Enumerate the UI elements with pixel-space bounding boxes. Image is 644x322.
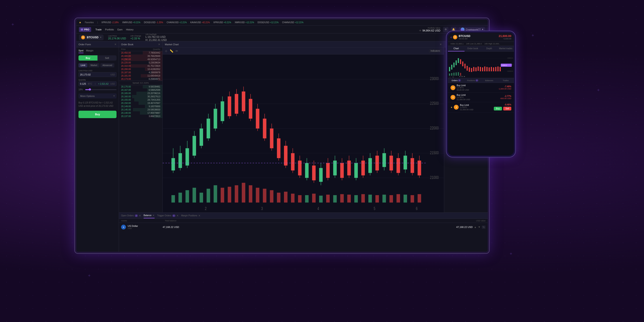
ticker-change-1: +0.21% bbox=[133, 21, 140, 24]
chart-close[interactable]: ✕ bbox=[440, 43, 442, 46]
ticker-item-5[interactable]: XPR/USD +0.21% bbox=[213, 21, 231, 24]
btc-icon: ₿ bbox=[81, 36, 85, 39]
sell-tab[interactable]: Sell bbox=[98, 55, 116, 61]
sort-asc-icon[interactable]: ▲ bbox=[474, 225, 476, 229]
ask-row-2[interactable]: 20,290.00 49.92954713 bbox=[119, 58, 162, 61]
change-label: 24h Change bbox=[130, 35, 141, 37]
tab-margin[interactable]: Margin bbox=[86, 49, 94, 53]
svg-text:5: 5 bbox=[374, 206, 375, 211]
market-tab[interactable]: Market bbox=[88, 63, 100, 67]
settings-icon[interactable]: ⚙ bbox=[443, 27, 448, 32]
order-type-tabs: Spot Margin bbox=[76, 48, 119, 54]
bid-row-1[interactable]: 20,167.00 6.59652599 bbox=[119, 88, 162, 92]
mobile-positions-badge: 2 bbox=[476, 79, 478, 82]
logo[interactable]: M PRO bbox=[79, 27, 91, 32]
mobile-buy-btn[interactable]: Buy bbox=[494, 107, 502, 111]
bid-row-3[interactable]: 20,160.00 30.26027613 bbox=[119, 95, 162, 98]
svg-rect-91 bbox=[192, 188, 196, 203]
mobile-back-btn[interactable]: ‹ bbox=[450, 35, 452, 39]
bid-row-7[interactable]: 20,145.00 29.59538830 bbox=[119, 108, 162, 111]
svg-rect-49 bbox=[284, 146, 288, 165]
nav-bar: M PRO Trade Portfolio Earn History Portf… bbox=[76, 26, 488, 34]
nav-earn[interactable]: Earn bbox=[118, 28, 122, 31]
mobile-tab-trades[interactable]: Market trades bbox=[498, 46, 514, 51]
nav-trade[interactable]: Trade bbox=[96, 28, 102, 31]
high-low-label: 24h low/high bbox=[145, 33, 166, 36]
ticker-item-4[interactable]: KAVA/USD -42.21% bbox=[190, 21, 210, 24]
bid-row-5[interactable]: 20,150.00 19.46747847 bbox=[119, 102, 162, 105]
bid-row-6[interactable]: 20,149.00 9.18370000 bbox=[119, 105, 162, 108]
mobile-tab-positions[interactable]: Positions 2 bbox=[464, 78, 481, 83]
mobile-tab-orderbook[interactable]: Order book bbox=[464, 46, 481, 51]
ticker-item-7[interactable]: DOGE/USD +12.21% bbox=[258, 21, 278, 24]
trigger-orders-close[interactable]: ✕ bbox=[176, 214, 178, 217]
limit-price-input[interactable]: 20,173.02 USD bbox=[78, 72, 116, 77]
cursor-icon[interactable]: ⊹ bbox=[165, 49, 168, 53]
bid-row-4[interactable]: 20,155.00 28.73431355 bbox=[119, 98, 162, 102]
leverage-slider[interactable]: 18% bbox=[78, 88, 116, 91]
ticker-item-2[interactable]: DOGE/USD -1.25% bbox=[144, 21, 163, 24]
open-orders-close[interactable]: ✕ bbox=[139, 214, 141, 217]
ticker-item-6[interactable]: XMR/USD +12.21% bbox=[234, 21, 254, 24]
limit-price-unit: USD bbox=[110, 74, 115, 76]
more-options-btn[interactable]: More Options ▾ bbox=[78, 93, 116, 98]
mobile-tab-orders[interactable]: Orders 3 bbox=[448, 78, 464, 83]
mobile-order-star-0[interactable]: ★ bbox=[450, 106, 452, 109]
bid-row-2[interactable]: 20,165.00 23.20798216 bbox=[119, 92, 162, 95]
tab-trigger-orders[interactable]: Trigger Orders 0 ✕ bbox=[157, 213, 178, 218]
mobile-sell-btn[interactable]: Sell bbox=[503, 107, 511, 111]
mobile-tab-chart[interactable]: Chart bbox=[448, 46, 464, 51]
ask-row-8[interactable]: 20,173.00 0.25804971 bbox=[119, 78, 162, 81]
more-options-label: More Options bbox=[80, 95, 95, 97]
ask-price-7: 20,181.00 bbox=[121, 75, 131, 77]
quantity-input[interactable]: 0.125 BTC | = 2,521.62 USD bbox=[78, 81, 116, 86]
ask-row-4[interactable]: 20,310.00 41.75172824 bbox=[119, 64, 162, 68]
limit-price-label: Limit Price USD bbox=[78, 70, 116, 72]
mobile-tab-balances[interactable]: Balances bbox=[481, 78, 498, 83]
bid-price-5: 20,150.00 bbox=[121, 102, 131, 104]
svg-rect-148 bbox=[484, 67, 485, 71]
mobile-order-price-0: 20,00.00 USD bbox=[457, 89, 497, 91]
svg-rect-0 bbox=[163, 55, 444, 212]
svg-rect-95 bbox=[220, 188, 224, 203]
ticker-item-1[interactable]: XMR/USD +0.21% bbox=[122, 21, 140, 24]
order-book-close[interactable]: ✕ bbox=[158, 43, 160, 46]
ticker-item-8[interactable]: CHAIN/USD +12.21% bbox=[282, 21, 304, 24]
bid-row-8[interactable]: 20,140.00 17.95979887 bbox=[119, 111, 162, 115]
line-icon[interactable]: 📏 bbox=[170, 49, 173, 53]
percent-toggle[interactable]: % bbox=[482, 225, 486, 229]
mobile-tab-trades[interactable]: Trades bbox=[498, 78, 514, 83]
advanced-tab[interactable]: Advanced bbox=[100, 63, 114, 67]
ask-row-3[interactable]: 20,220.00 5.23639634 bbox=[119, 61, 162, 64]
order-form-close[interactable]: ✕ bbox=[114, 43, 116, 46]
ticker-item-0[interactable]: XPR/USD -2.18% bbox=[102, 21, 119, 24]
ask-row-5[interactable]: 20,200.00 10.41982052 bbox=[119, 68, 162, 71]
tab-balance[interactable]: Balance ✕ bbox=[144, 213, 154, 218]
mobile-chart-tabs: Chart Order book Depth Market trades bbox=[448, 46, 514, 52]
ask-row-0[interactable]: 20,450.00 7.78583442 bbox=[119, 51, 162, 55]
pair-selector[interactable]: ₿ BTC/USD ▾ bbox=[79, 35, 104, 40]
bid-row-0[interactable]: 20,170.00 9.58339481 bbox=[119, 85, 162, 88]
pencil-icon[interactable]: ✏ bbox=[176, 49, 178, 53]
submit-buy-btn[interactable]: Buy bbox=[78, 111, 116, 118]
svg-rect-59 bbox=[319, 168, 323, 182]
tab-margin-positions[interactable]: Margin Positions ✕ bbox=[181, 213, 200, 218]
balance-close[interactable]: ✕ bbox=[152, 214, 154, 217]
indicators-btn[interactable]: Indicators bbox=[429, 49, 442, 53]
mobile-tab-depth[interactable]: Depth bbox=[481, 46, 498, 51]
ask-row-6[interactable]: 20,187.00 4.28909978 bbox=[119, 71, 162, 74]
tab-open-orders[interactable]: Open Orders 3 ✕ bbox=[121, 213, 141, 218]
nav-history[interactable]: History bbox=[126, 28, 133, 31]
limit-tab[interactable]: Limit bbox=[78, 63, 88, 67]
ask-row-1[interactable]: 20,400.00 39.76629949 bbox=[119, 55, 162, 58]
margin-positions-close[interactable]: ✕ bbox=[198, 214, 200, 217]
bid-row-9[interactable]: 20,137.00 3.88473913 bbox=[119, 115, 162, 118]
ask-row-7[interactable]: 20,181.00 11.69549418 bbox=[119, 74, 162, 78]
nav-portfolio[interactable]: Portfolio bbox=[105, 28, 114, 31]
buy-tab[interactable]: Buy bbox=[78, 55, 98, 61]
ticker-item-3[interactable]: CHAIN/USD +2.21% bbox=[166, 21, 187, 24]
svg-rect-140 bbox=[467, 66, 468, 71]
svg-rect-98 bbox=[242, 183, 245, 203]
sort-desc-icon[interactable]: ▼ bbox=[478, 225, 480, 229]
tab-spot[interactable]: Spot bbox=[78, 49, 84, 53]
